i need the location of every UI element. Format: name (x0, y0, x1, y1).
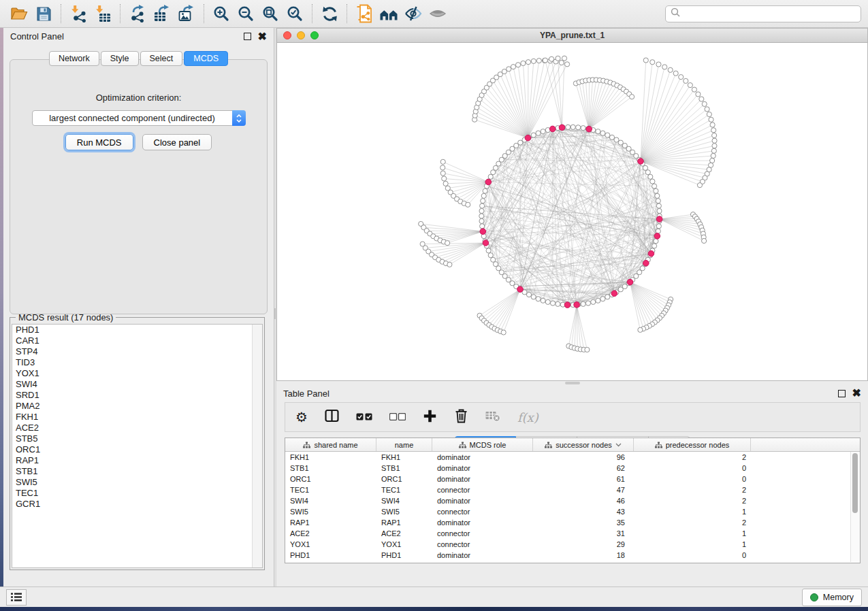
list-item[interactable]: SRD1 (12, 390, 262, 401)
zoom-fit-icon[interactable] (258, 3, 283, 24)
splitter-grip[interactable] (565, 382, 580, 384)
share-document-icon[interactable] (352, 3, 376, 24)
hide-selected-eye-icon[interactable] (401, 3, 425, 24)
table-row[interactable]: RAP1RAP1dominator352 (285, 517, 860, 528)
tab-style[interactable]: Style (101, 51, 139, 66)
scrollbar-thumb[interactable] (852, 453, 858, 513)
show-columns-icon[interactable] (325, 409, 339, 425)
list-item[interactable]: TEC1 (12, 488, 262, 499)
list-item[interactable]: SWI4 (12, 379, 262, 390)
table-row[interactable]: STB1STB1dominator620 (285, 463, 860, 474)
criterion-select[interactable]: largest connected component (undirected) (32, 110, 246, 126)
select-all-icon[interactable] (356, 411, 372, 423)
table-row[interactable]: TEC1TEC1connector472 (285, 484, 860, 495)
export-image-icon[interactable] (174, 3, 199, 24)
network-graph[interactable] (277, 42, 867, 380)
table-cell: dominator (432, 453, 533, 461)
tab-select[interactable]: Select (140, 51, 183, 66)
network-overview-icon[interactable] (376, 3, 401, 24)
list-item[interactable]: ACE2 (12, 423, 262, 433)
mcds-list-scrollbar[interactable] (252, 325, 262, 567)
right-column: YPA_prune.txt_1 Table Panel ✖ ⚙ (276, 28, 868, 587)
table-cell: 35 (533, 518, 634, 527)
memory-button[interactable]: Memory (802, 589, 862, 606)
node-table-body[interactable]: FKH1FKH1dominator962STB1STB1dominator620… (285, 452, 860, 561)
list-item[interactable]: PMA2 (12, 401, 262, 412)
hierarchy-icon (459, 442, 466, 448)
column-header-mcds-role[interactable]: MCDS role (432, 438, 533, 451)
node-table-header: shared name name MCDS role successor nod… (285, 438, 860, 452)
delete-table-icon[interactable] (485, 410, 500, 425)
column-header-shared-name[interactable]: shared name (285, 438, 376, 451)
list-item[interactable]: RAP1 (12, 455, 262, 466)
minimize-window-icon[interactable] (297, 31, 305, 39)
list-item[interactable]: TID3 (12, 357, 262, 368)
refresh-icon[interactable] (317, 3, 342, 24)
list-item[interactable]: GCR1 (12, 499, 262, 510)
search-input[interactable] (684, 8, 856, 19)
list-item[interactable]: SWI5 (12, 477, 262, 488)
table-cell: SWI4 (285, 497, 376, 505)
import-table-icon[interactable] (91, 3, 115, 24)
list-item[interactable]: STB5 (12, 433, 262, 444)
mcds-result-list[interactable]: PHD1CAR1STP4TID3YOX1SWI4SRD1PMA2FKH1ACE2… (12, 324, 263, 568)
table-cell: YOX1 (376, 540, 432, 548)
table-row[interactable]: SWI4SWI4dominator462 (285, 495, 860, 506)
table-row[interactable]: SWI5SWI5connector431 (285, 506, 860, 517)
delete-column-icon[interactable] (454, 408, 468, 426)
open-folder-icon[interactable] (7, 3, 31, 24)
zoom-selected-icon[interactable] (283, 3, 307, 24)
close-panel-icon[interactable]: ✖ (258, 33, 267, 40)
list-item[interactable]: PHD1 (12, 325, 262, 335)
export-table-icon[interactable] (150, 3, 174, 24)
table-cell: RAP1 (376, 518, 432, 527)
list-item[interactable]: YOX1 (12, 368, 262, 379)
list-item[interactable]: ORC1 (12, 444, 262, 455)
network-titlebar[interactable]: YPA_prune.txt_1 (277, 29, 867, 43)
column-header-name[interactable]: name (376, 438, 432, 451)
table-cell: ACE2 (285, 529, 376, 538)
export-network-icon[interactable] (125, 3, 150, 24)
settings-gear-icon[interactable]: ⚙ (295, 410, 308, 424)
maximize-window-icon[interactable] (310, 31, 319, 39)
table-cell: ORC1 (285, 475, 376, 483)
run-mcds-button[interactable]: Run MCDS (65, 134, 133, 150)
deselect-all-icon[interactable] (389, 411, 406, 423)
float-panel-icon[interactable] (244, 33, 251, 40)
show-all-eye-icon[interactable] (425, 3, 450, 24)
close-panel-button[interactable]: Close panel (142, 134, 212, 150)
zoom-out-icon[interactable] (234, 3, 258, 24)
table-row[interactable]: ORC1ORC1dominator610 (285, 474, 860, 484)
table-scrollbar[interactable] (850, 452, 860, 562)
search-box[interactable] (665, 5, 861, 22)
table-row[interactable]: ACE2ACE2connector311 (285, 528, 860, 539)
float-panel-icon[interactable] (838, 390, 846, 397)
import-network-icon[interactable] (66, 3, 91, 24)
table-row[interactable]: YOX1YOX1connector291 (285, 539, 860, 550)
task-history-button[interactable] (6, 589, 27, 606)
network-canvas[interactable] (277, 42, 867, 380)
add-column-icon[interactable] (423, 409, 437, 426)
list-item[interactable]: CAR1 (12, 335, 262, 346)
list-item[interactable]: STB1 (12, 466, 262, 477)
table-row[interactable]: PHD1PHD1dominator180 (285, 550, 860, 561)
list-icon (11, 593, 22, 601)
select-stepper-icon (232, 110, 246, 126)
tab-network[interactable]: Network (49, 51, 99, 66)
splitter-grip[interactable] (274, 308, 276, 319)
table-row[interactable]: FKH1FKH1dominator962 (285, 452, 860, 463)
table-cell: PHD1 (376, 551, 432, 559)
zoom-in-icon[interactable] (209, 3, 234, 24)
close-panel-icon[interactable]: ✖ (852, 390, 861, 397)
column-header-successor-nodes[interactable]: successor nodes (533, 438, 634, 451)
save-icon[interactable] (31, 3, 56, 24)
column-header-predecessor-nodes[interactable]: predecessor nodes (634, 438, 751, 451)
close-window-icon[interactable] (283, 31, 291, 39)
function-builder-icon[interactable]: f(x) (517, 410, 539, 425)
table-cell: connector (432, 540, 533, 548)
tab-mcds[interactable]: MCDS (184, 51, 228, 66)
node-table[interactable]: shared name name MCDS role successor nod… (285, 437, 861, 563)
list-item[interactable]: FKH1 (12, 412, 262, 423)
list-item[interactable]: STP4 (12, 346, 262, 357)
table-cell: connector (432, 508, 533, 516)
